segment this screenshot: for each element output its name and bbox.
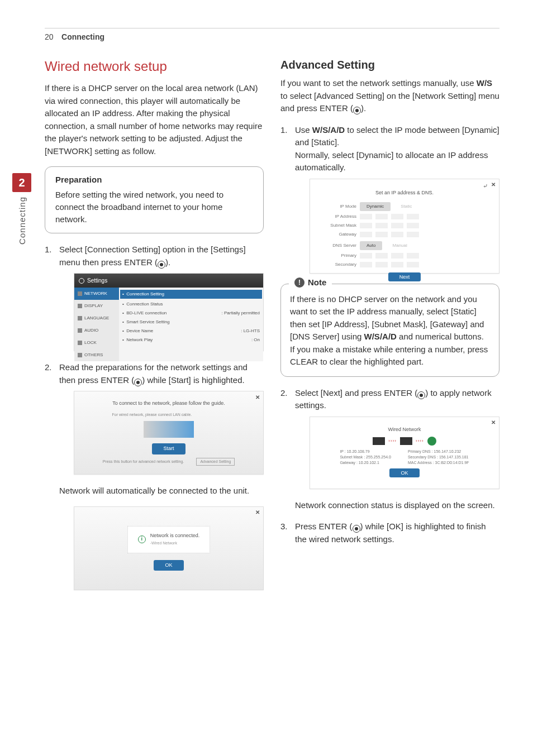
chapter-side-tab: 2 Connecting: [12, 173, 31, 245]
enter-icon: [134, 379, 142, 386]
close-icon: ✕: [254, 509, 261, 516]
sidebar-item: OTHERS: [74, 349, 119, 361]
start-button: Start: [152, 443, 185, 454]
preparation-box: Preparation Before setting the wired net…: [45, 166, 264, 233]
sidebar-item: LOCK: [74, 337, 119, 349]
preparation-text: Before setting the wired network, you ne…: [55, 189, 253, 225]
right-step-2: 2. Select [Next] and press ENTER () to a…: [280, 387, 499, 512]
cable-art: [144, 421, 194, 438]
settings-row: • BD-LIVE connection: Partially permitte…: [122, 309, 260, 318]
globe-icon: [427, 437, 436, 446]
settings-row: • Connection Setting: [120, 290, 262, 299]
note-label: Note: [308, 277, 326, 287]
network-status-screenshot: ✕ Wired Network ›››› ›››› IP : 10.20.108…: [310, 417, 499, 489]
note-box: ! Note If there is no DHCP server on the…: [280, 284, 499, 377]
ok-button: OK: [154, 560, 183, 571]
chapter-number: 2: [12, 173, 31, 192]
section-name: Connecting: [61, 32, 104, 41]
back-icon: ⤶: [483, 181, 488, 191]
preparation-heading: Preparation: [55, 175, 253, 184]
close-icon: ✕: [490, 419, 497, 426]
note-icon: !: [294, 277, 304, 288]
auto-connect-text: Network will automatically be connected …: [59, 485, 264, 497]
wizard-screenshot: ✕ To connect to the network, please foll…: [74, 391, 264, 475]
settings-row: • Connection Status: [122, 300, 260, 309]
intro-paragraph: If there is a DHCP server on the local a…: [45, 82, 264, 157]
settings-row: • Device Name: LG-HTS: [122, 327, 260, 336]
ok-button: OK: [389, 468, 419, 477]
advanced-setting-button: Advanced Setting: [196, 458, 235, 466]
sidebar-item: DISPLAY: [74, 300, 119, 312]
next-button: Next: [388, 272, 421, 281]
connected-screenshot: ✕ i Network is connected. -Wired Network…: [74, 506, 264, 590]
settings-row: • Smart Service Setting: [122, 318, 260, 327]
sidebar-item: AUDIO: [74, 324, 119, 337]
left-step-2: 2. Read the preparations for the network…: [45, 361, 264, 590]
right-step-3: 3. Press ENTER () while [OK] is highligh…: [280, 520, 499, 546]
enter-icon: [353, 107, 361, 114]
ip-dns-screenshot: ⤶ ✕ Set an IP address & DNS. IP Mode Dyn…: [310, 179, 499, 274]
settings-screenshot: Settings NETWORKDISPLAYLANGUAGEAUDIOLOCK…: [74, 273, 264, 351]
device-icon: [373, 437, 385, 445]
enter-icon: [417, 391, 425, 399]
sidebar-item: LANGUAGE: [74, 312, 119, 324]
page-header: 20 Connecting: [45, 28, 499, 42]
note-text: If there is no DHCP server on the networ…: [290, 293, 490, 369]
settings-row: • Network Play: On: [122, 336, 260, 344]
page-number: 20: [45, 32, 54, 41]
close-icon: ✕: [254, 394, 261, 400]
info-icon: i: [138, 535, 146, 543]
chapter-label: Connecting: [17, 197, 27, 245]
sidebar-item: NETWORK: [74, 288, 119, 300]
left-step-1: 1. Select [Connection Setting] option in…: [45, 243, 264, 351]
enter-icon: [158, 261, 165, 269]
advanced-setting-title: Advanced Setting: [280, 59, 499, 71]
wired-setup-title: Wired network setup: [45, 59, 264, 74]
gear-icon: [79, 278, 84, 284]
right-step-1: 1. Use W/S/A/D to select the IP mode bet…: [280, 124, 499, 274]
enter-icon: [353, 525, 360, 533]
router-icon: [400, 437, 412, 445]
advanced-intro: If you want to set the network settings …: [280, 77, 499, 115]
status-displayed-text: Network connection status is displayed o…: [295, 499, 499, 512]
close-icon: ✕: [490, 181, 497, 188]
